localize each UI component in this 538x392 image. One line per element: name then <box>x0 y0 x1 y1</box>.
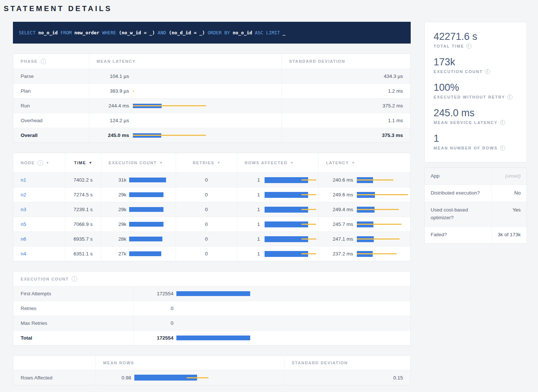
node-row: n2 7274.5 s 29k 0 1 249.6 ms <box>13 187 410 202</box>
sql-keyword: FROM <box>61 30 72 35</box>
stat-value: 245.0 ms <box>434 107 518 119</box>
detail-row-failed: Failed? 3k of 173k <box>425 226 527 243</box>
std-dev-value: 434.3 µs <box>384 73 403 79</box>
rows-affected-value: 1 <box>245 192 260 197</box>
phase-table-header: PHASE i MEAN LATENCY STANDARD DEVIATION <box>13 54 410 69</box>
count-value: 172554 <box>141 335 173 341</box>
detail-row-cost-based-optimizer: Used cost-based optimizer? Yes <box>425 202 527 226</box>
sql-keyword: SELECT <box>19 30 35 35</box>
row-label: First Attempts <box>21 291 51 296</box>
column-header-time[interactable]: TIME ▼ <box>65 153 101 172</box>
node-link[interactable]: n1 <box>21 177 26 183</box>
mean-rows-bar <box>134 375 210 381</box>
info-icon[interactable]: i <box>500 120 505 125</box>
detail-label: Failed? <box>425 227 491 243</box>
page-title: STATEMENT DETAILS <box>4 3 538 13</box>
time-value: 6351.1 s <box>73 251 93 257</box>
phase-row-run: Run 244.4 ms 375.2 ms <box>13 98 410 113</box>
rows-affected-bar <box>265 221 317 227</box>
detail-label: Used cost-based optimizer? <box>425 202 491 226</box>
latency-bar <box>357 236 410 242</box>
node-link[interactable]: n6 <box>21 236 26 242</box>
latency-value: 245.7 ms <box>326 221 353 227</box>
latency-value: 249.4 ms <box>326 207 353 212</box>
info-icon[interactable]: i <box>485 69 490 74</box>
mean-latency-value: 124.2 µs <box>97 118 129 123</box>
detail-value: Yes <box>491 202 527 226</box>
sql-identifier: no_o_id <box>38 30 58 35</box>
column-header-mean-rows: MEAN ROWS <box>103 361 134 365</box>
info-icon[interactable]: i <box>507 94 513 100</box>
stat-label: MEAN SERVICE LATENCY <box>434 120 498 125</box>
execution-count-table-header: EXECUTION COUNT i <box>13 272 410 286</box>
column-header-execution-count[interactable]: EXECUTION COUNT ▼ <box>101 153 176 172</box>
execution-count-table: EXECUTION COUNT i First Attempts 172554 … <box>13 271 411 345</box>
retries-value: 0 <box>205 251 208 257</box>
row-label: Max Retries <box>21 320 47 326</box>
column-header-standard-deviation: STANDARD DEVIATION <box>289 59 345 63</box>
std-dev-value: 1.2 ms <box>388 88 403 94</box>
rows-affected-table-header: MEAN ROWS STANDARD DEVIATION <box>13 356 410 370</box>
rows-affected-row: Rows Affected 0.98 0.15 <box>13 370 410 385</box>
info-icon[interactable]: i <box>41 59 46 64</box>
info-icon[interactable]: i <box>38 160 43 166</box>
mean-latency-value: 244.4 ms <box>97 103 129 109</box>
sql-identifier: new_order <box>75 30 100 35</box>
phase-row-plan: Plan 383.9 µs 1.2 ms <box>13 83 410 98</box>
latency-value: 249.6 ms <box>326 192 353 197</box>
node-link[interactable]: n4 <box>21 251 26 257</box>
execution-count-row-total: Total 172554 <box>13 330 410 345</box>
execution-count-value: 27k <box>108 251 126 257</box>
info-icon[interactable]: i <box>466 44 472 49</box>
phase-latency-table: PHASE i MEAN LATENCY STANDARD DEVIATION … <box>13 54 411 143</box>
phase-label: Parse <box>21 73 34 79</box>
execution-count-bar <box>129 237 173 241</box>
sort-caret-icon: ▼ <box>46 161 49 165</box>
column-header-rows-affected[interactable]: ROWS AFFECTED ▼ <box>237 153 318 172</box>
rows-affected-table: MEAN ROWS STANDARD DEVIATION Rows Affect… <box>13 355 411 385</box>
rows-affected-value: 1 <box>245 221 260 227</box>
column-header-mean-latency: MEAN LATENCY <box>97 59 136 63</box>
phase-label: Overall <box>21 133 38 138</box>
rows-affected-value: 1 <box>245 177 260 183</box>
sql-identifier: _ <box>283 30 286 35</box>
detail-label: Distributed execution? <box>425 185 491 202</box>
info-icon[interactable]: i <box>500 145 505 151</box>
sql-identifier: (no_w_id = _) <box>119 30 155 35</box>
stat-label: EXECUTED WITHOUT RETRY <box>434 95 505 99</box>
rows-affected-bar <box>265 177 317 183</box>
time-value: 7068.9 s <box>73 221 93 227</box>
latency-value: 240.6 ms <box>326 177 353 183</box>
sql-statement-text: SELECT no_o_id FROM new_order WHERE (no_… <box>19 30 286 35</box>
latency-bar <box>357 177 410 183</box>
sql-identifier: no_o_id <box>233 30 252 35</box>
time-value: 7239.1 s <box>73 207 93 212</box>
count-value: 172554 <box>141 291 173 296</box>
count-value: 0 <box>141 306 173 311</box>
node-row: n3 7239.1 s 29k 0 1 249.4 ms <box>13 202 410 217</box>
column-header-latency[interactable]: LATENCY ▼ <box>318 153 410 172</box>
sql-keyword: AND <box>158 30 166 35</box>
mean-latency-value: 245.0 ms <box>97 133 129 138</box>
info-icon[interactable]: i <box>72 276 77 282</box>
stat-value: 42271.6 s <box>434 31 518 42</box>
mean-rows-value: 0.98 <box>103 375 131 381</box>
column-header-node[interactable]: NODE i ▼ <box>13 153 65 172</box>
execution-count-value: 31k <box>108 177 126 183</box>
detail-row-app: App (unset) <box>425 168 527 185</box>
execution-count-row: First Attempts 172554 <box>13 286 410 301</box>
latency-bar <box>357 192 410 198</box>
stat-total-time: 42271.6 s TOTAL TIMEi <box>434 31 518 49</box>
node-link[interactable]: n3 <box>21 207 26 212</box>
count-bar <box>176 291 258 296</box>
latency-bar <box>357 251 410 257</box>
detail-value: No <box>491 185 527 202</box>
node-row: n5 7068.9 s 29k 0 1 245.7 ms <box>13 217 410 231</box>
execution-count-bar <box>129 207 173 212</box>
node-link[interactable]: n2 <box>21 192 26 197</box>
sort-caret-icon: ▼ <box>89 161 92 165</box>
execution-count-bar <box>129 192 173 197</box>
node-link[interactable]: n5 <box>21 221 26 227</box>
latency-bar <box>133 104 207 108</box>
column-header-retries[interactable]: RETRIES ▼ <box>176 153 237 172</box>
